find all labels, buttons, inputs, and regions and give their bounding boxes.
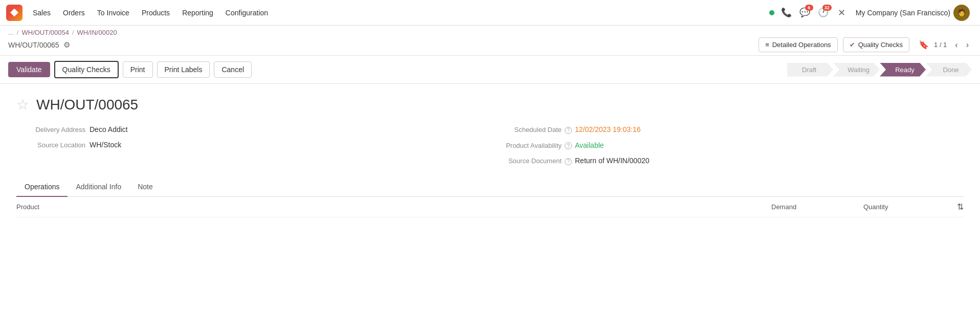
nav-avatar[interactable]: 🧑 [953, 5, 970, 21]
status-step-waiting[interactable]: Waiting [833, 63, 880, 77]
breadcrumb-dots[interactable]: ... [8, 29, 14, 36]
source-document-label: Source Document [490, 157, 562, 165]
th-product: Product [16, 203, 771, 211]
detailed-operations-button[interactable]: ≡ Detailed Operations [759, 37, 838, 52]
status-dot-icon [769, 10, 774, 15]
content-area: ☆ WH/OUT/00065 Delivery Address Deco Add… [0, 84, 980, 217]
pagination-text: 1 / 1 [934, 41, 947, 49]
title-toolbar-row: WH/OUT/00065 ⚙ ≡ Detailed Operations ✔ Q… [0, 36, 980, 55]
clock-badge: 32 [822, 5, 832, 11]
scheduled-date-value[interactable]: 12/02/2023 19:03:16 [575, 125, 640, 133]
th-quantity: Quantity [863, 203, 945, 211]
nav-logo[interactable] [6, 5, 23, 21]
tab-note[interactable]: Note [129, 177, 161, 197]
pagination-prev[interactable]: ‹ [952, 39, 961, 51]
source-document-field: Source Document ? Return of WH/IN/00020 [490, 157, 964, 165]
bookmark-icon[interactable]: 🔖 [919, 40, 929, 50]
status-step-ready[interactable]: Ready [880, 63, 926, 77]
detailed-operations-label: Detailed Operations [772, 41, 831, 49]
breadcrumb-sep-2: / [72, 29, 74, 36]
hamburger-icon: ≡ [765, 41, 769, 49]
source-document-value[interactable]: Return of WH/IN/00020 [575, 157, 650, 165]
breadcrumb-link-2[interactable]: WH/IN/00020 [77, 29, 117, 36]
delivery-address-value[interactable]: Deco Addict [90, 125, 128, 133]
source-location-value[interactable]: WH/Stock [90, 141, 121, 149]
product-availability-help[interactable]: ? [565, 142, 572, 149]
source-location-label: Source Location [16, 141, 85, 149]
table-settings-icon[interactable]: ⇅ [957, 202, 964, 212]
nav-item-orders[interactable]: Orders [58, 6, 90, 20]
quality-checks-action-button[interactable]: Quality Checks [54, 61, 119, 78]
phone-icon[interactable]: 📞 [778, 5, 795, 21]
delivery-address-field: Delivery Address Deco Addict [16, 125, 490, 133]
product-availability-field: Product Availability ? Available [490, 141, 964, 150]
nav-item-sales[interactable]: Sales [28, 6, 56, 20]
record-title-row: ☆ WH/OUT/00065 [16, 96, 964, 113]
chat-icon[interactable]: 💬 6 [797, 5, 813, 21]
record-title: WH/OUT/00065 [36, 97, 138, 113]
breadcrumb-bar: ... / WH/OUT/00054 / WH/IN/00020 [0, 26, 980, 36]
nav-item-reporting[interactable]: Reporting [177, 6, 218, 20]
avatar-initials: 🧑 [957, 9, 966, 16]
action-buttons: Validate Quality Checks Print Print Labe… [8, 61, 252, 78]
pagination-next[interactable]: › [963, 39, 972, 51]
tabs-bar: Operations Additional Info Note [16, 177, 964, 197]
company-name: My Company (San Francisco) [856, 9, 950, 17]
form-fields-left: Delivery Address Deco Addict Source Loca… [16, 125, 490, 165]
pagination-area: 🔖 1 / 1 ‹ › [919, 39, 972, 51]
print-labels-button[interactable]: Print Labels [157, 61, 210, 78]
source-location-field: Source Location WH/Stock [16, 141, 490, 149]
status-step-done[interactable]: Done [926, 63, 972, 77]
delivery-address-label: Delivery Address [16, 126, 85, 133]
scheduled-date-help[interactable]: ? [565, 127, 572, 134]
tab-additional-info[interactable]: Additional Info [68, 177, 129, 197]
clock-icon[interactable]: 🕐 32 [815, 5, 832, 21]
top-nav: Sales Orders To Invoice Products Reporti… [0, 0, 980, 26]
form-fields-right: Scheduled Date ? 12/02/2023 19:03:16 Pro… [490, 125, 964, 165]
nav-item-to-invoice[interactable]: To Invoice [92, 6, 135, 20]
product-availability-value: Available [575, 141, 604, 149]
form-fields: Delivery Address Deco Addict Source Loca… [16, 125, 964, 165]
star-icon[interactable]: ☆ [16, 96, 29, 113]
action-bar: Validate Quality Checks Print Print Labe… [0, 55, 980, 84]
status-step-draft[interactable]: Draft [787, 63, 833, 77]
validate-button[interactable]: Validate [8, 62, 50, 77]
chat-badge: 6 [805, 5, 813, 11]
breadcrumb-link-1[interactable]: WH/OUT/00054 [21, 29, 69, 36]
record-breadcrumb-title: WH/OUT/00065 [8, 41, 59, 49]
scheduled-date-field: Scheduled Date ? 12/02/2023 19:03:16 [490, 125, 964, 134]
source-document-help[interactable]: ? [565, 158, 572, 165]
nav-item-configuration[interactable]: Configuration [220, 6, 273, 20]
nav-item-products[interactable]: Products [137, 6, 175, 20]
scheduled-date-label: Scheduled Date [490, 126, 562, 133]
th-demand: Demand [771, 203, 863, 211]
table-header: Product Demand Quantity ⇅ [16, 197, 964, 217]
quality-checks-label: Quality Checks [858, 41, 903, 49]
breadcrumb-title-area: WH/OUT/00065 ⚙ [8, 40, 70, 50]
checkmark-icon: ✔ [850, 41, 855, 49]
close-icon[interactable]: ✕ [834, 5, 850, 20]
print-button[interactable]: Print [123, 61, 153, 78]
tab-operations[interactable]: Operations [16, 177, 68, 197]
nav-company[interactable]: My Company (San Francisco) 🧑 [852, 3, 974, 23]
top-action-area: ≡ Detailed Operations ✔ Quality Checks 🔖… [759, 37, 972, 52]
status-pipeline: Draft Waiting Ready Done [787, 63, 972, 77]
th-settings: ⇅ [945, 202, 964, 212]
quality-checks-button[interactable]: ✔ Quality Checks [843, 37, 909, 52]
cancel-button[interactable]: Cancel [214, 61, 252, 78]
breadcrumb-sep-1: / [17, 29, 19, 36]
settings-gear-icon[interactable]: ⚙ [63, 40, 70, 50]
product-availability-label: Product Availability [490, 142, 562, 149]
